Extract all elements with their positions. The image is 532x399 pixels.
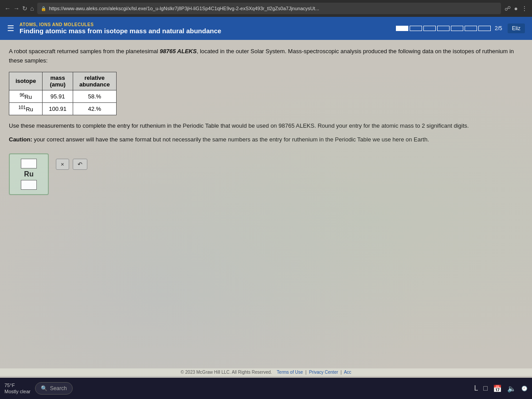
menu-icon[interactable]: ☰ (7, 23, 14, 33)
progress-seg-7 (478, 26, 491, 31)
isotope-1-mass: 95.91 (43, 90, 73, 102)
user-button[interactable]: Eliz (508, 23, 525, 33)
extensions-icon[interactable]: ☍ (505, 5, 511, 12)
isotope-table: isotope mass(amu) relativeabundance 96Ru… (9, 72, 117, 116)
isotope-1-symbol: 96Ru (9, 90, 43, 102)
col-header-abundance: relativeabundance (73, 72, 117, 90)
isotope-2-mass: 100.91 (43, 102, 73, 115)
taskbar-icon-4[interactable]: 🔈 (507, 384, 516, 393)
taskbar-icon-2[interactable]: □ (483, 384, 488, 392)
address-bar[interactable]: 🔒 https://www-awu.aleks.com/alekscgi/x/l… (37, 3, 501, 14)
aleks-header: ☰ ATOMS, IONS AND MOLECULES Finding atom… (0, 17, 532, 40)
taskbar-clock: 🕘 (521, 386, 528, 391)
progress-seg-2 (410, 26, 422, 31)
aleks-app: ☰ ATOMS, IONS AND MOLECULES Finding atom… (0, 17, 532, 399)
isotope-2-superscript: 101 (18, 105, 26, 110)
progress-bar: 2/5 (396, 25, 502, 31)
back-icon[interactable]: ← (4, 5, 11, 12)
settings-icon[interactable]: ⋮ (521, 5, 528, 12)
header-text: ATOMS, IONS AND MOLECULES Finding atomic… (20, 22, 391, 35)
profile-icon[interactable]: ● (514, 5, 518, 12)
weather-condition: Mostly clear (4, 388, 31, 395)
forward-icon[interactable]: → (13, 5, 20, 12)
progress-seg-4 (437, 26, 450, 31)
copyright-text: © 2023 McGraw Hill LLC. All Rights Reser… (181, 370, 272, 375)
browser-nav-icons: ← → ↻ ⌂ (4, 5, 34, 12)
isotope-1-abundance: 58.% (73, 90, 117, 102)
weather-info: 75°F Mostly clear (4, 382, 31, 395)
progress-seg-6 (465, 26, 477, 31)
answer-element-symbol: Ru (24, 170, 33, 178)
refresh-icon[interactable]: ↻ (22, 5, 27, 12)
table-row: 96Ru 95.91 58.% (9, 90, 117, 102)
privacy-link[interactable]: Privacy Center (309, 370, 338, 375)
weather-temp: 75°F (4, 382, 31, 388)
progress-seg-5 (451, 26, 463, 31)
progress-count: 2/5 (495, 25, 502, 31)
col-header-mass: mass(amu) (43, 72, 73, 90)
taskbar-search[interactable]: 🔍 Search (35, 382, 73, 395)
search-icon: 🔍 (41, 385, 47, 391)
breadcrumb: ATOMS, IONS AND MOLECULES (20, 22, 391, 27)
taskbar-icon-3[interactable]: 📅 (493, 384, 502, 393)
taskbar-icon-1[interactable]: L (474, 384, 478, 392)
acc-link[interactable]: Acc (344, 370, 352, 375)
isotope-2-symbol: 101Ru (9, 102, 43, 115)
answer-entry-box: Ru (9, 153, 49, 195)
browser-actions: ☍ ● ⋮ (505, 5, 528, 12)
col-header-isotope: isotope (9, 72, 43, 90)
problem-area: A robot spacecraft returned samples from… (0, 40, 532, 399)
page-title: Finding atomic mass from isotope mass an… (20, 27, 391, 35)
browser-bar: ← → ↻ ⌂ 🔒 https://www-awu.aleks.com/alek… (0, 0, 532, 17)
taskbar-icons: L □ 📅 🔈 🕘 (474, 384, 528, 393)
caution-text: Caution: your correct answer will have t… (9, 135, 523, 145)
search-label: Search (50, 385, 67, 391)
clear-button[interactable]: × (56, 159, 69, 170)
progress-seg-1 (396, 26, 408, 31)
answer-superscript-input[interactable] (21, 159, 37, 168)
lock-icon: 🔒 (41, 6, 46, 11)
terms-link[interactable]: Terms of Use (277, 370, 303, 375)
url-text: https://www-awu.aleks.com/alekscgi/x/lsl… (49, 6, 319, 11)
taskbar: 75°F Mostly clear 🔍 Search L □ 📅 🔈 🕘 (0, 378, 532, 399)
problem-intro: A robot spacecraft returned samples from… (9, 47, 523, 66)
isotope-2-abundance: 42.% (73, 102, 117, 115)
isotope-1-superscript: 96 (20, 93, 24, 98)
undo-button[interactable]: ↶ (73, 159, 87, 170)
progress-seg-3 (423, 26, 436, 31)
answer-subscript-input[interactable] (21, 180, 37, 190)
home-icon[interactable]: ⌂ (30, 5, 34, 12)
table-row: 101Ru 100.91 42.% (9, 102, 117, 115)
instructions-text: Use these measurements to complete the e… (9, 121, 523, 131)
